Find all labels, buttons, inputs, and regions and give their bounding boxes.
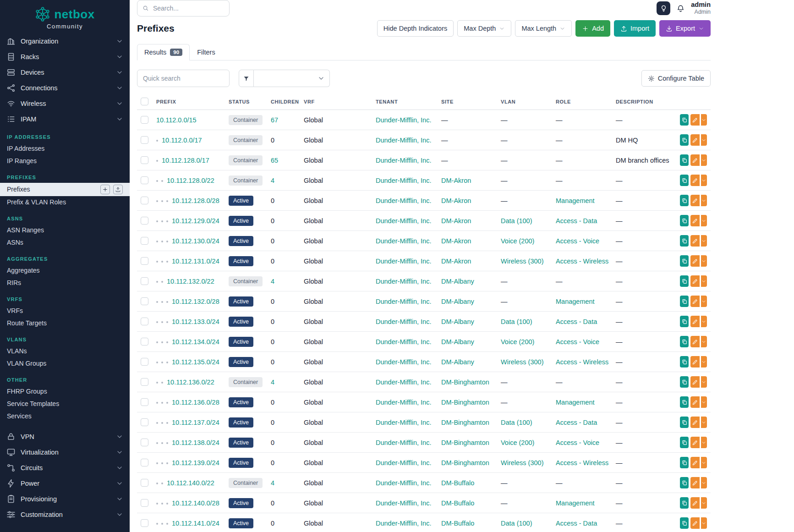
tenant-link[interactable]: Dunder-Mifflin, Inc. [376, 197, 431, 204]
prefix-link[interactable]: 10.112.133.0/24 [172, 318, 219, 325]
row-checkbox[interactable] [141, 176, 148, 184]
filter-button[interactable] [239, 70, 254, 87]
role-link[interactable]: Access - Voice [556, 338, 599, 346]
role-link[interactable]: Access - Voice [556, 237, 599, 245]
hide-depth-indicators-button[interactable]: Hide Depth Indicators [377, 20, 454, 37]
edit-button[interactable] [690, 175, 699, 186]
prefix-link[interactable]: 10.112.136.0/28 [172, 399, 219, 406]
tab-results[interactable]: Results 90 [137, 44, 190, 60]
row-checkbox[interactable] [141, 418, 148, 426]
max-depth-dropdown[interactable]: Max Depth [457, 20, 511, 37]
site-link[interactable]: DM-Binghamton [441, 419, 489, 426]
add-button[interactable]: Add [575, 20, 610, 37]
clone-button[interactable] [680, 417, 689, 428]
edit-button[interactable] [690, 517, 699, 529]
edit-button[interactable] [690, 497, 699, 509]
row-checkbox[interactable] [141, 439, 148, 446]
edit-button[interactable] [690, 457, 699, 468]
edit-dropdown-button[interactable] [701, 477, 707, 488]
tenant-link[interactable]: Dunder-Mifflin, Inc. [376, 157, 431, 164]
edit-dropdown-button[interactable] [701, 356, 707, 367]
role-link[interactable]: Access - Wireless [556, 258, 608, 265]
prefix-link[interactable]: 10.112.128.0/17 [162, 157, 209, 164]
edit-dropdown-button[interactable] [701, 215, 707, 226]
row-checkbox[interactable] [141, 338, 148, 346]
sidebar-item-route-targets[interactable]: Route Targets [0, 317, 130, 329]
tenant-link[interactable]: Dunder-Mifflin, Inc. [376, 137, 431, 144]
sidebar-nav-racks[interactable]: Racks [0, 49, 130, 65]
clone-button[interactable] [680, 215, 689, 226]
site-link[interactable]: DM-Binghamton [441, 459, 489, 466]
vlan-link[interactable]: Data (100) [501, 318, 532, 325]
sidebar-item-services[interactable]: Services [0, 410, 130, 422]
tenant-link[interactable]: Dunder-Mifflin, Inc. [376, 258, 431, 265]
clone-button[interactable] [680, 175, 689, 186]
sidebar-nav-devices[interactable]: Devices [0, 65, 130, 80]
clone-button[interactable] [680, 517, 689, 529]
clone-button[interactable] [680, 296, 689, 307]
row-checkbox[interactable] [141, 257, 148, 265]
column-header-children[interactable]: CHILDREN [267, 93, 300, 110]
clone-button[interactable] [680, 497, 689, 509]
children-count-link[interactable]: 4 [271, 177, 274, 184]
prefix-link[interactable]: 10.112.140.0/22 [167, 479, 214, 487]
tenant-link[interactable]: Dunder-Mifflin, Inc. [376, 237, 431, 245]
row-checkbox[interactable] [141, 378, 148, 386]
prefix-link[interactable]: 10.112.132.0/22 [167, 278, 214, 285]
clone-button[interactable] [680, 154, 689, 166]
site-link[interactable]: DM-Akron [441, 217, 471, 225]
site-link[interactable]: DM-Buffalo [441, 520, 474, 527]
edit-button[interactable] [690, 316, 699, 327]
vlan-link[interactable]: Voice (200) [501, 237, 534, 245]
edit-dropdown-button[interactable] [701, 497, 707, 509]
tenant-link[interactable]: Dunder-Mifflin, Inc. [376, 116, 431, 124]
sidebar-item-ip-ranges[interactable]: IP Ranges [0, 155, 130, 167]
tenant-link[interactable]: Dunder-Mifflin, Inc. [376, 217, 431, 225]
column-header-role[interactable]: ROLE [552, 93, 612, 110]
site-link[interactable]: DM-Akron [441, 258, 471, 265]
sidebar-item-ip-addresses[interactable]: IP Addresses [0, 143, 130, 155]
sidebar-nav-customization[interactable]: Customization [0, 507, 130, 522]
sidebar-nav-connections[interactable]: Connections [0, 80, 130, 96]
prefix-link[interactable]: 10.112.137.0/24 [172, 419, 219, 426]
tenant-link[interactable]: Dunder-Mifflin, Inc. [376, 318, 431, 325]
role-link[interactable]: Management [556, 197, 595, 204]
tenant-link[interactable]: Dunder-Mifflin, Inc. [376, 358, 431, 366]
clone-button[interactable] [680, 195, 689, 206]
tenant-link[interactable]: Dunder-Mifflin, Inc. [376, 278, 431, 285]
edit-dropdown-button[interactable] [701, 417, 707, 428]
column-header-vrf[interactable]: VRF [300, 93, 372, 110]
role-link[interactable]: Access - Voice [556, 439, 599, 446]
row-checkbox[interactable] [141, 297, 148, 305]
row-checkbox[interactable] [141, 459, 148, 466]
edit-dropdown-button[interactable] [701, 255, 707, 267]
row-checkbox[interactable] [141, 479, 148, 487]
clone-button[interactable] [680, 255, 689, 267]
tenant-link[interactable]: Dunder-Mifflin, Inc. [376, 338, 431, 346]
clone-button[interactable] [680, 134, 689, 146]
role-link[interactable]: Access - Data [556, 217, 597, 225]
site-link[interactable]: DM-Akron [441, 177, 471, 184]
sidebar-item-asns[interactable]: ASNs [0, 236, 130, 249]
site-link[interactable]: DM-Albany [441, 318, 474, 325]
edit-button[interactable] [690, 195, 699, 206]
tab-filters[interactable]: Filters [190, 44, 222, 60]
vlan-link[interactable]: Voice (200) [501, 439, 534, 446]
export-dropdown[interactable]: Export [659, 20, 711, 37]
edit-dropdown-button[interactable] [701, 336, 707, 347]
import-button[interactable]: Import [614, 20, 656, 37]
children-count-link[interactable]: 4 [271, 278, 274, 285]
vlan-link[interactable]: Data (100) [501, 419, 532, 426]
column-header-site[interactable]: SITE [438, 93, 497, 110]
prefix-link[interactable]: 10.112.130.0/24 [172, 237, 219, 245]
tenant-link[interactable]: Dunder-Mifflin, Inc. [376, 399, 431, 406]
tenant-link[interactable]: Dunder-Mifflin, Inc. [376, 520, 431, 527]
row-checkbox[interactable] [141, 156, 148, 164]
sidebar-item-rirs[interactable]: RIRs [0, 277, 130, 289]
column-header-vlan[interactable]: VLAN [497, 93, 552, 110]
row-checkbox[interactable] [141, 358, 148, 366]
row-checkbox[interactable] [141, 136, 148, 144]
tenant-link[interactable]: Dunder-Mifflin, Inc. [376, 499, 431, 507]
edit-button[interactable] [690, 356, 699, 367]
site-link[interactable]: DM-Akron [441, 237, 471, 245]
